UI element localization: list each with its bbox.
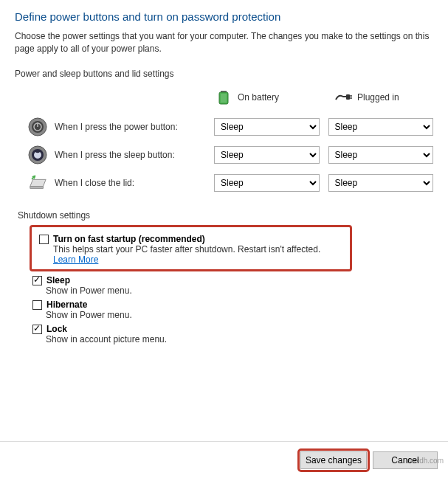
section-buttons-label: Power and sleep buttons and lid settings: [15, 69, 433, 79]
hibernate-checkbox[interactable]: [32, 300, 42, 310]
hibernate-option-desc: Show in Power menu.: [15, 310, 433, 320]
cancel-button[interactable]: Cancel: [373, 451, 438, 469]
sleep-option-title: Sleep: [46, 275, 433, 285]
sleep-checkbox[interactable]: [32, 276, 42, 285]
page-title: Define power buttons and turn on passwor…: [15, 10, 433, 23]
fast-startup-desc: This helps start your PC faster after sh…: [53, 244, 345, 265]
lock-checkbox[interactable]: [32, 325, 42, 334]
plugged-column-header: Plugged in: [334, 88, 444, 107]
fast-startup-highlight: Turn on fast startup (recommended) This …: [30, 225, 352, 271]
power-button-icon: [28, 117, 47, 136]
close-lid-plugged-select[interactable]: Do nothingSleepHibernateShut down: [328, 174, 434, 192]
power-button-plugged-select[interactable]: Do nothingSleepHibernateShut down: [328, 118, 434, 136]
row-label-power: When I press the power button:: [55, 122, 178, 132]
row-label-sleep: When I press the sleep button:: [55, 150, 175, 160]
learn-more-link[interactable]: Learn More: [53, 254, 98, 265]
save-changes-button[interactable]: Save changes: [300, 451, 367, 469]
save-button-highlight: Save changes: [300, 451, 367, 469]
sleep-button-icon: [28, 145, 47, 164]
row-label-lid: When I close the lid:: [55, 178, 134, 188]
battery-column-header: On battery: [214, 88, 325, 107]
shutdown-settings-label: Shutdown settings: [15, 210, 433, 221]
page-subtitle: Choose the power settings that you want …: [15, 30, 433, 55]
sleep-button-battery-select[interactable]: Do nothingSleepHibernateShut down: [214, 146, 320, 164]
svg-rect-3: [346, 94, 350, 100]
plug-icon: [334, 88, 353, 107]
close-lid-battery-select[interactable]: Do nothingSleepHibernateShut down: [214, 174, 320, 192]
power-button-battery-select[interactable]: Do nothingSleepHibernateShut down: [214, 118, 320, 136]
fast-startup-title: Turn on fast startup (recommended): [53, 234, 345, 244]
laptop-lid-icon: [28, 173, 47, 193]
lock-option-desc: Show in account picture menu.: [15, 334, 433, 344]
footer: Save changes Cancel: [0, 441, 448, 478]
row-close-lid: When I close the lid: Do nothingSleepHib…: [15, 169, 433, 197]
battery-icon: [214, 88, 233, 107]
sleep-option-desc: Show in Power menu.: [15, 285, 433, 296]
row-sleep-button: When I press the sleep button: Do nothin…: [15, 141, 433, 169]
fast-startup-checkbox[interactable]: [39, 235, 49, 244]
svg-rect-2: [221, 94, 227, 103]
column-headers: On battery Plugged in: [15, 83, 433, 113]
row-power-button: When I press the power button: Do nothin…: [15, 113, 433, 141]
lock-option-title: Lock: [46, 324, 433, 334]
hibernate-option-title: Hibernate: [46, 299, 433, 310]
sleep-button-plugged-select[interactable]: Do nothingSleepHibernateShut down: [328, 146, 434, 164]
